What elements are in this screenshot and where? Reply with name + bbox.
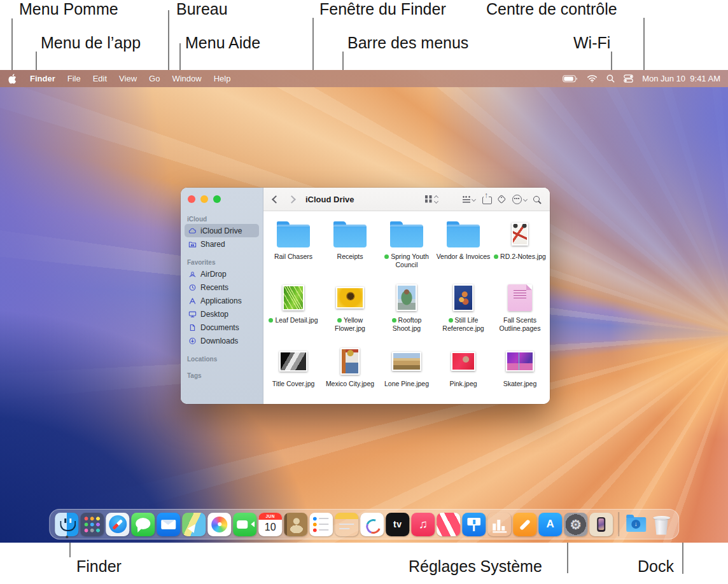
sidebar-item-shared[interactable]: Shared <box>185 237 259 251</box>
file-item[interactable]: Receipts <box>322 218 379 281</box>
calendar-month: JUN <box>258 513 282 520</box>
sidebar-item-documents[interactable]: Documents <box>185 321 259 334</box>
sidebar-item-label: AirDrop <box>200 270 227 279</box>
dock-launchpad-icon[interactable] <box>80 513 104 536</box>
file-item[interactable]: Pink.jpeg <box>435 345 492 404</box>
chevron-up-down-icon <box>435 196 438 203</box>
tags-button[interactable] <box>497 195 506 204</box>
sidebar-item-desktop[interactable]: Desktop <box>185 307 259 321</box>
menu-file[interactable]: File <box>67 74 81 83</box>
sidebar-item-applications[interactable]: Applications <box>185 294 259 307</box>
dock-maps-icon[interactable] <box>182 513 206 536</box>
dock-mail-icon[interactable] <box>157 513 180 536</box>
close-button[interactable] <box>188 195 195 203</box>
dock-facetime-icon[interactable] <box>233 513 256 536</box>
sidebar-section-locations: Locations <box>181 353 263 364</box>
shared-indicator <box>384 254 389 259</box>
dock-trash-icon[interactable] <box>650 513 673 536</box>
callout-line <box>611 52 612 70</box>
dock-system-settings-icon[interactable] <box>564 513 587 536</box>
sidebar-item-downloads[interactable]: Downloads <box>185 334 259 347</box>
dock-messages-icon[interactable] <box>131 513 155 536</box>
dock-contacts-icon[interactable] <box>284 513 307 536</box>
file-item[interactable]: Title Cover.jpg <box>265 345 322 404</box>
file-item[interactable]: Rail Chasers <box>265 218 322 281</box>
sidebar-item-label: Applications <box>200 296 242 305</box>
desktop[interactable]: Finder File Edit View Go Window Help Mon… <box>0 70 728 543</box>
file-item[interactable]: Lone Pine.jpeg <box>379 345 435 404</box>
sidebar-item-label: Documents <box>200 323 239 332</box>
clock-icon <box>188 284 197 291</box>
image-thumbnail <box>506 351 534 372</box>
dock-photos-icon[interactable] <box>207 513 231 536</box>
dock-iphone-mirroring-icon[interactable] <box>589 513 613 536</box>
apple-menu[interactable] <box>8 74 17 84</box>
cloud-icon <box>188 227 197 235</box>
file-item[interactable]: Vendor & Invoices <box>435 218 492 281</box>
menu-window[interactable]: Window <box>172 74 201 83</box>
callout-line <box>179 43 181 70</box>
dock-music-icon[interactable] <box>411 513 435 536</box>
file-item[interactable]: Skater.jpeg <box>492 345 549 404</box>
minimize-button[interactable] <box>200 195 208 203</box>
callout-reglages-systeme: Réglages Système <box>409 557 542 576</box>
dock-keynote-icon[interactable] <box>462 513 486 536</box>
file-item[interactable]: Leaf Detail.jpg <box>265 281 322 345</box>
file-item[interactable]: RD.2-Notes.jpg <box>492 218 549 281</box>
spotlight-search-icon[interactable] <box>606 74 615 83</box>
dock-calendar-icon[interactable]: JUN 10 <box>258 513 282 536</box>
dock-reminders-icon[interactable] <box>309 513 333 536</box>
finder-sidebar: iCloud iCloud Drive Shared Favorites Air… <box>181 188 263 404</box>
dock-tv-icon[interactable]: tv <box>386 513 409 536</box>
group-by-button[interactable] <box>462 195 475 203</box>
download-circle-icon <box>188 337 197 345</box>
menu-help[interactable]: Help <box>214 74 231 83</box>
menu-go[interactable]: Go <box>149 74 160 83</box>
grid-view-icon <box>425 195 428 198</box>
share-button[interactable] <box>482 194 491 204</box>
file-item[interactable]: Mexico City.jpeg <box>322 345 379 404</box>
app-menu-finder[interactable]: Finder <box>30 74 55 83</box>
view-options-button[interactable] <box>425 195 438 203</box>
menu-view[interactable]: View <box>119 74 137 83</box>
finder-window: iCloud iCloud Drive Shared Favorites Air… <box>181 188 550 404</box>
wifi-icon[interactable] <box>587 74 598 83</box>
back-button[interactable] <box>272 195 280 204</box>
menu-edit[interactable]: Edit <box>93 74 107 83</box>
sidebar-item-recents[interactable]: Recents <box>185 281 259 294</box>
pages-document-icon <box>508 284 532 311</box>
shared-indicator <box>494 254 498 259</box>
dock-finder-icon[interactable] <box>55 513 78 536</box>
shared-indicator <box>449 318 453 323</box>
sidebar-item-icloud-drive[interactable]: iCloud Drive <box>185 224 259 237</box>
sidebar-item-airdrop[interactable]: AirDrop <box>185 267 259 281</box>
chevron-down-icon <box>523 197 528 201</box>
dock-news-icon[interactable] <box>437 513 460 536</box>
file-item[interactable]: Yellow Flower.jpg <box>322 281 379 345</box>
dock-numbers-icon[interactable] <box>487 513 511 536</box>
folder-icon <box>390 225 423 247</box>
zoom-button[interactable] <box>213 195 221 203</box>
menu-bar-clock[interactable]: Mon Jun 10 9:41 AM <box>642 74 720 83</box>
dock-safari-icon[interactable] <box>106 513 129 536</box>
control-center-icon[interactable] <box>624 74 633 83</box>
dock-downloads-icon[interactable] <box>624 513 648 536</box>
dock-pages-icon[interactable] <box>513 513 536 536</box>
search-button[interactable] <box>533 196 540 202</box>
more-actions-button[interactable] <box>512 195 527 204</box>
callout-finder: Finder <box>76 557 122 576</box>
forward-button[interactable] <box>288 195 296 204</box>
dock-freeform-icon[interactable] <box>360 513 384 536</box>
file-item[interactable]: Rooftop Shoot.jpg <box>379 281 435 345</box>
image-thumbnail <box>453 284 473 311</box>
dock: JUN 10 tv A <box>49 509 679 539</box>
image-thumbnail <box>283 285 304 310</box>
dock-appstore-icon[interactable]: A <box>538 513 562 536</box>
file-item[interactable]: Spring Youth Council <box>379 218 435 281</box>
dock-notes-icon[interactable] <box>335 513 358 536</box>
battery-icon[interactable] <box>563 75 578 83</box>
sidebar-item-label: Desktop <box>200 310 228 319</box>
shared-indicator <box>392 318 396 323</box>
file-item[interactable]: Still Life Reference.jpg <box>435 281 492 345</box>
file-item[interactable]: Fall Scents Outline.pages <box>492 281 549 345</box>
